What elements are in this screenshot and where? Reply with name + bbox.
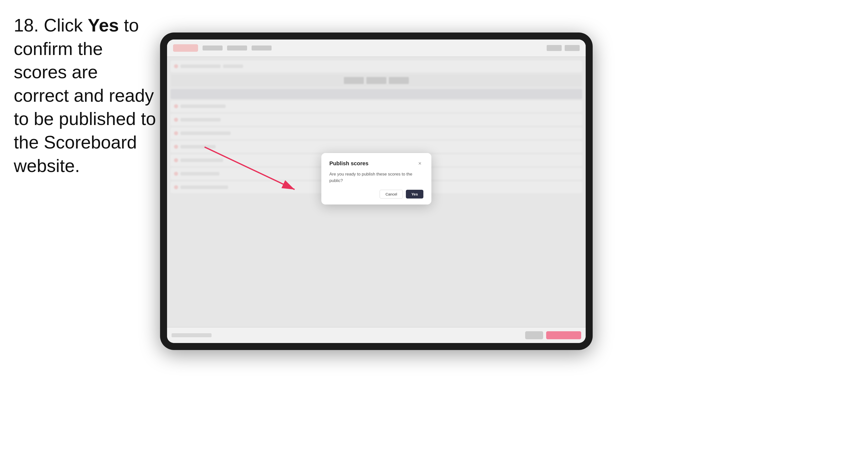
modal-yes-button[interactable]: Yes xyxy=(406,190,423,198)
modal-header: Publish scores × xyxy=(329,160,423,167)
modal-title: Publish scores xyxy=(329,160,369,167)
instruction-text: 18. Click Yes to confirm the scores are … xyxy=(14,14,156,178)
publish-scores-modal: Publish scores × Are you ready to publis… xyxy=(321,153,431,205)
instruction-bold: Yes xyxy=(88,15,119,35)
tablet-device: Publish scores × Are you ready to publis… xyxy=(160,32,593,350)
modal-overlay: Publish scores × Are you ready to publis… xyxy=(167,39,586,343)
instruction-rest: to confirm the scores are correct and re… xyxy=(14,15,156,176)
step-number: 18. Click xyxy=(14,15,88,35)
modal-close-button[interactable]: × xyxy=(416,160,423,167)
modal-footer: Cancel Yes xyxy=(329,190,423,198)
modal-body-text: Are you ready to publish these scores to… xyxy=(329,171,423,184)
modal-cancel-button[interactable]: Cancel xyxy=(380,190,403,198)
tablet-screen: Publish scores × Are you ready to publis… xyxy=(167,39,586,343)
